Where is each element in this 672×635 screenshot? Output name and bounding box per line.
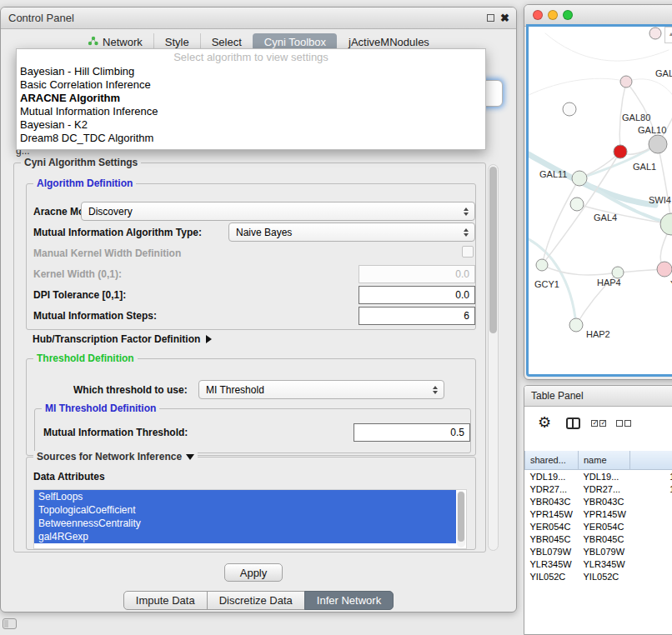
- mi-threshold-definition-title: MI Threshold Definition: [42, 402, 159, 414]
- algorithm-option-bayesian-k2[interactable]: Bayesian - K2: [17, 118, 485, 132]
- algorithm-dropdown-popup: Select algorithm to view settings Bayesi…: [16, 48, 486, 150]
- close-icon[interactable]: ✖: [500, 12, 509, 23]
- sources-group-title[interactable]: Sources for Network Inference: [33, 451, 198, 462]
- expanded-arrow-icon: [186, 454, 194, 460]
- network-node[interactable]: [536, 259, 548, 271]
- algorithm-list: Bayesian - Hill ClimbingBasic Correlatio…: [17, 65, 485, 145]
- mi-steps-field[interactable]: 6: [359, 307, 475, 325]
- columns-icon[interactable]: [566, 418, 580, 429]
- algorithm-option-dream8-dc-tdc-algorithm[interactable]: Dream8 DC_TDC Algorithm: [17, 132, 485, 145]
- select-empty-icon[interactable]: [616, 420, 631, 427]
- table-row[interactable]: YPR145WYPR145W9.: [525, 508, 672, 520]
- list-scrollbar[interactable]: [457, 491, 465, 548]
- node-table: shared...name YDL19...YDL19...13YDR27...…: [524, 451, 672, 582]
- table-cell: YBR045C: [579, 532, 630, 545]
- combo-stepper-icon: [429, 386, 441, 394]
- mi-steps-label: Mutual Information Steps:: [33, 310, 157, 322]
- attribute-item-betweennesscentrality[interactable]: BetweennessCentrality: [34, 517, 456, 530]
- network-graph: GALGAL80GAL10GAL11GAL1SWI4GAL4GCY1HAP4YH…: [529, 27, 672, 377]
- attribute-item-gal4rgexp[interactable]: gal4RGexp: [34, 530, 456, 543]
- table-row[interactable]: YLR345WYLR345W9.: [525, 558, 672, 570]
- network-node[interactable]: [614, 145, 627, 158]
- network-node[interactable]: [620, 76, 632, 88]
- network-node[interactable]: [649, 28, 661, 39]
- network-node[interactable]: [612, 267, 624, 278]
- table-cell: YBR043C: [525, 495, 579, 508]
- kernel-width-label: Kernel Width (0,1):: [33, 268, 122, 280]
- table-cell: YLR345W: [579, 558, 630, 570]
- select-checked-icon[interactable]: [591, 420, 606, 427]
- aracne-mode-select[interactable]: Discovery: [81, 202, 475, 221]
- float-window-icon[interactable]: [487, 14, 494, 22]
- table-row[interactable]: YBR043CYBR043C: [525, 495, 672, 508]
- network-node[interactable]: [569, 318, 583, 332]
- restore-panel-icon[interactable]: [3, 618, 17, 629]
- column-header-name[interactable]: name: [579, 451, 630, 470]
- network-node[interactable]: [563, 102, 576, 116]
- hub-definition-toggle[interactable]: Hub/Transcription Factor Definition: [33, 333, 212, 345]
- table-cell: [630, 495, 672, 508]
- table-header-row[interactable]: shared...name: [525, 451, 672, 470]
- tab-impute-data[interactable]: Impute Data: [123, 591, 208, 610]
- network-node[interactable]: [572, 171, 587, 186]
- table-cell: YIL052C: [525, 570, 579, 582]
- table-row[interactable]: YBR045CYBR045C9.: [525, 532, 672, 545]
- table-cell: YBR045C: [525, 532, 579, 545]
- cyni-algorithm-settings-group: Cyni Algorithm Settings Algorithm Defini…: [13, 162, 486, 552]
- attribute-item-selfloops[interactable]: SelfLoops: [34, 490, 456, 503]
- mi-algorithm-type-select[interactable]: Naive Bayes: [228, 222, 475, 242]
- tab-label: jActiveMNodules: [349, 36, 429, 48]
- network-node[interactable]: [649, 135, 667, 153]
- mi-threshold-label: Mutual Information Threshold:: [43, 427, 188, 438]
- node-label: GAL: [655, 68, 672, 78]
- canvas-scroll-fragment[interactable]: ▲: [664, 27, 672, 43]
- which-threshold-select[interactable]: MI Threshold: [198, 380, 444, 399]
- table-row[interactable]: YDL19...YDL19...13: [525, 470, 672, 483]
- column-header-extra[interactable]: [630, 451, 672, 470]
- table-cell: 9.: [630, 508, 672, 520]
- table-cell: YDL19...: [579, 470, 630, 483]
- column-header-shared[interactable]: shared...: [525, 451, 579, 470]
- table-row[interactable]: YIL052CYIL052C: [525, 570, 672, 582]
- algorithm-option-basic-correlation-inference[interactable]: Basic Correlation Inference: [17, 78, 485, 92]
- combo-stepper-icon: [459, 208, 472, 216]
- network-node[interactable]: [570, 198, 584, 211]
- close-button[interactable]: [533, 10, 543, 20]
- window-buttons: ✖: [487, 8, 509, 28]
- table-cell: YDR27...: [525, 482, 579, 495]
- tab-label: Cyni Toolbox: [264, 36, 326, 48]
- tab-infer-network[interactable]: Infer Network: [304, 591, 394, 610]
- table-row[interactable]: YER054CYER054C8.: [525, 520, 672, 532]
- manual-kernel-width-checkbox[interactable]: [462, 246, 474, 258]
- table-row[interactable]: YDR27...YDR27...12: [525, 482, 672, 495]
- table-cell: YLR345W: [525, 558, 579, 570]
- network-node[interactable]: [660, 213, 672, 235]
- algorithm-option-bayesian-hill-climbing[interactable]: Bayesian - Hill Climbing: [17, 65, 485, 78]
- zoom-button[interactable]: [563, 10, 573, 20]
- table-cell: [630, 545, 672, 558]
- network-edge: [529, 78, 626, 97]
- table-panel-title: Table Panel: [531, 386, 584, 406]
- kernel-width-field[interactable]: 0.0: [359, 265, 475, 283]
- settings-group-title: Cyni Algorithm Settings: [21, 157, 141, 168]
- minimize-button[interactable]: [548, 10, 558, 20]
- control-panel-titlebar[interactable]: Control Panel ✖: [1, 8, 516, 29]
- network-node[interactable]: [657, 262, 672, 277]
- settings-scrollbar[interactable]: [488, 164, 499, 551]
- tab-label: Network: [103, 36, 143, 48]
- dpi-tolerance-field[interactable]: 0.0: [359, 286, 475, 304]
- algorithm-option-mutual-information-inference[interactable]: Mutual Information Inference: [17, 105, 485, 118]
- table-panel-titlebar[interactable]: Table Panel: [524, 386, 672, 407]
- gear-icon[interactable]: ⚙: [538, 413, 551, 432]
- mi-threshold-field[interactable]: 0.5: [354, 423, 470, 442]
- data-attributes-list[interactable]: SelfLoopsTopologicalCoefficientBetweenne…: [33, 489, 467, 549]
- apply-button[interactable]: Apply: [224, 563, 283, 582]
- table-cell: YBL079W: [579, 545, 630, 558]
- tab-discretize-data[interactable]: Discretize Data: [207, 591, 305, 610]
- algorithm-option-aracne-algorithm[interactable]: ARACNE Algorithm: [17, 92, 485, 105]
- attribute-item-topologicalcoefficient[interactable]: TopologicalCoefficient: [34, 503, 456, 517]
- table-row[interactable]: YBL079WYBL079W: [525, 545, 672, 558]
- network-canvas[interactable]: GALGAL80GAL10GAL11GAL1SWI4GAL4GCY1HAP4YH…: [526, 24, 672, 377]
- node-label: GAL11: [539, 169, 567, 179]
- collapsed-arrow-icon: [206, 335, 212, 343]
